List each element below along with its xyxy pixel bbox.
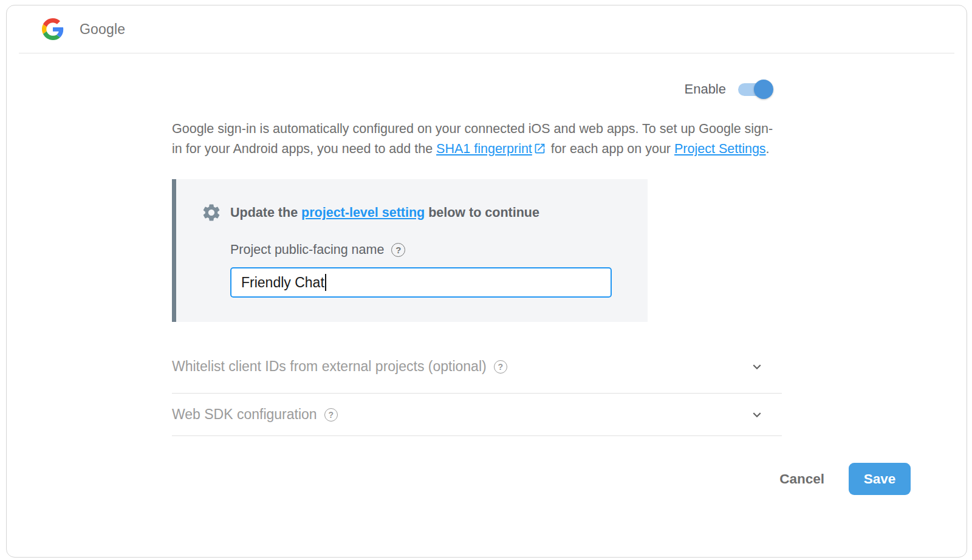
enable-toggle[interactable] xyxy=(738,80,773,99)
provider-header: Google xyxy=(7,5,967,53)
help-icon[interactable]: ? xyxy=(494,360,507,374)
callout-title-text: below to continue xyxy=(425,205,539,220)
enable-row: Enable xyxy=(172,79,782,100)
provider-title: Google xyxy=(80,21,125,38)
description-text: for each app on your xyxy=(547,142,674,156)
description-text: . xyxy=(766,142,770,156)
callout-title-row: Update the project-level setting below t… xyxy=(201,202,648,223)
section-label: Whitelist client IDs from external proje… xyxy=(172,358,487,375)
toggle-knob xyxy=(754,80,773,99)
project-settings-link[interactable]: Project Settings xyxy=(674,142,766,156)
collapsible-sections: Whitelist client IDs from external proje… xyxy=(172,340,782,436)
google-signin-provider-card: Google Enable Google sign-in is automati… xyxy=(6,5,967,558)
callout-title-text: Update the xyxy=(230,205,301,220)
section-label: Web SDK configuration xyxy=(172,406,317,423)
callout-body: Project public-facing name ? Friendly Ch… xyxy=(230,242,648,298)
callout-title: Update the project-level setting below t… xyxy=(230,205,539,220)
text-caret xyxy=(325,274,326,291)
save-button[interactable]: Save xyxy=(849,463,911,495)
google-logo-icon xyxy=(42,18,64,40)
chevron-down-icon[interactable] xyxy=(749,407,765,423)
sha1-fingerprint-link[interactable]: SHA1 fingerprint xyxy=(436,142,532,156)
project-setting-callout: Update the project-level setting below t… xyxy=(172,179,648,322)
project-name-label: Project public-facing name xyxy=(230,242,384,258)
provider-description: Google sign-in is automatically configur… xyxy=(172,119,782,159)
chevron-down-icon[interactable] xyxy=(749,359,765,375)
gear-icon xyxy=(201,202,222,223)
project-level-setting-link[interactable]: project-level setting xyxy=(301,205,425,220)
cancel-button[interactable]: Cancel xyxy=(779,471,824,487)
dialog-footer: Cancel Save xyxy=(7,463,967,495)
open-in-new-icon[interactable] xyxy=(533,141,546,154)
project-name-input[interactable]: Friendly Chat xyxy=(230,267,612,298)
help-icon[interactable]: ? xyxy=(391,243,405,257)
section-web-sdk-configuration[interactable]: Web SDK configuration ? xyxy=(172,394,782,436)
section-whitelist-client-ids[interactable]: Whitelist client IDs from external proje… xyxy=(172,340,782,394)
help-icon[interactable]: ? xyxy=(324,408,338,422)
project-name-value: Friendly Chat xyxy=(241,275,324,291)
enable-label: Enable xyxy=(684,81,726,97)
header-divider xyxy=(19,53,954,53)
